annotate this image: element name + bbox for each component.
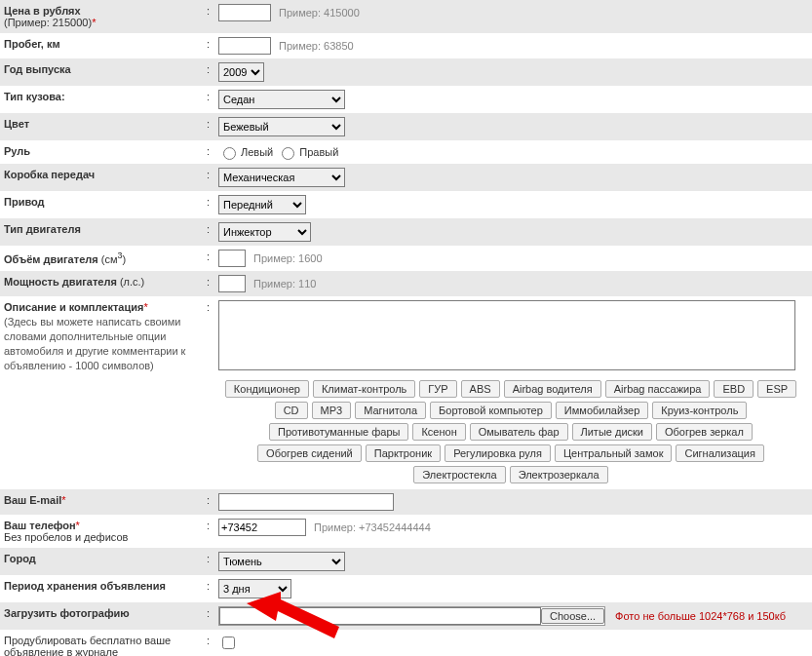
duplicate-label: Продублировать бесплатно ваше объявление… [0,633,207,656]
color-select[interactable]: Бежевый [218,117,345,136]
phone-hint: Пример: +73452444444 [314,521,431,533]
row-engine-type: Тип двигателя : Инжектор [0,218,812,246]
row-price: Цена в рублях (Пример: 215000)* : Пример… [0,0,812,33]
power-hint: Пример: 110 [253,278,316,289]
row-period: Период хранения объявления : 3 дня [0,575,812,602]
option-button[interactable]: CD [275,402,308,419]
year-select[interactable]: 2009 [218,62,264,82]
phone-label: Ваш телефон* Без пробелов и дефисов [0,518,207,545]
upload-label: Загрузить фотографию [0,605,207,621]
row-email: Ваш E-mail* : [0,489,812,515]
period-select[interactable]: 3 дня [218,579,291,598]
power-label: Мощность двигателя (л.с.) [0,274,207,289]
option-button[interactable]: Литые диски [572,423,653,441]
row-drive: Привод : Передний [0,191,812,218]
row-steering: Руль : Левый Правый [0,140,812,164]
city-select[interactable]: Тюмень [218,552,345,571]
duplicate-checkbox[interactable] [222,637,235,649]
option-button[interactable]: ГУР [419,380,456,398]
row-body: Тип кузова: : Седан [0,86,812,113]
option-button[interactable]: Сигнализация [676,444,763,462]
row-upload: Загрузить фотографию : Choose... Фото не… [0,602,812,630]
mileage-input[interactable] [218,37,271,55]
file-path-input[interactable] [219,607,541,625]
power-input[interactable] [218,275,246,292]
year-label: Год выпуска [0,61,207,77]
option-button[interactable]: Регулировка руля [445,444,551,462]
option-button[interactable]: Кондиционер [225,380,309,398]
row-phone: Ваш телефон* Без пробелов и дефисов : Пр… [0,515,812,548]
description-label: Описание и комплектация* (Здесь вы может… [0,299,207,374]
steering-right-radio[interactable] [282,147,294,160]
steering-label: Руль [0,143,207,159]
row-gearbox: Коробка передач : Механическая [0,164,812,191]
upload-note: Фото не больше 1024*768 и 150кб [615,610,786,622]
price-input[interactable] [218,4,271,21]
engine-type-select[interactable]: Инжектор [218,222,311,242]
option-button[interactable]: Круиз-контроль [652,402,747,419]
engine-type-label: Тип двигателя [0,221,207,237]
option-button[interactable]: Airbag водителя [504,380,601,398]
mileage-label: Пробег, км [0,36,207,52]
engine-volume-hint: Пример: 1600 [253,252,323,264]
price-hint: Пример: 415000 [279,7,360,19]
option-button[interactable]: EBD [714,380,754,398]
email-label: Ваш E-mail* [0,492,207,508]
row-description: Описание и комплектация* (Здесь вы может… [0,296,812,489]
gearbox-select[interactable]: Механическая [218,168,345,187]
body-select[interactable]: Седан [218,90,345,109]
option-button[interactable]: Климат-контроль [313,380,415,398]
body-label: Тип кузова: [0,89,207,104]
drive-select[interactable]: Передний [218,195,306,214]
email-input[interactable] [218,493,394,511]
period-label: Период хранения объявления [0,578,207,594]
city-label: Город [0,551,207,566]
option-button[interactable]: Обогрев сидений [257,444,362,462]
option-button[interactable]: Противотуманные фары [269,423,408,441]
engine-volume-input[interactable] [218,250,246,267]
option-button[interactable]: Иммобилайзер [556,402,648,419]
steering-left-label: Левый [241,146,273,158]
options-list: КондиционерКлимат-контрольГУРABSAirbag в… [218,378,803,485]
row-mileage: Пробег, км : Пример: 63850 [0,33,812,58]
option-button[interactable]: Ксенон [412,423,465,441]
choose-file-button[interactable]: Choose... [541,608,604,624]
option-button[interactable]: Электрозеркала [510,466,608,483]
color-label: Цвет [0,116,207,132]
row-year: Год выпуска : 2009 [0,58,812,86]
option-button[interactable]: Омыватель фар [470,423,568,441]
row-city: Город : Тюмень [0,548,812,575]
row-engine-volume: Объём двигателя (см3) : Пример: 1600 [0,246,812,271]
file-input[interactable]: Choose... [218,606,605,626]
option-button[interactable]: Магнитола [355,402,426,419]
row-color: Цвет : Бежевый [0,113,812,140]
phone-input[interactable] [218,519,306,536]
row-duplicate: Продублировать бесплатно ваше объявление… [0,630,812,656]
option-button[interactable]: ABS [461,380,500,398]
engine-volume-label: Объём двигателя (см3) [0,249,207,267]
option-button[interactable]: ESP [757,380,796,398]
steering-right-label: Правый [299,146,338,158]
option-button[interactable]: Бортовой компьютер [430,402,552,419]
row-power: Мощность двигателя (л.с.) : Пример: 110 [0,271,812,296]
description-textarea[interactable] [218,300,795,370]
drive-label: Привод [0,194,207,210]
option-button[interactable]: Airbag пассажира [605,380,711,398]
gearbox-label: Коробка передач [0,167,207,182]
option-button[interactable]: Обогрев зеркал [656,423,753,441]
option-button[interactable]: Парктроник [366,444,441,462]
option-button[interactable]: Электростекла [413,466,505,483]
option-button[interactable]: Центральный замок [555,444,673,462]
price-label: Цена в рублях (Пример: 215000)* [0,3,207,30]
steering-left-radio[interactable] [223,147,236,160]
mileage-hint: Пример: 63850 [279,40,354,52]
option-button[interactable]: MP3 [312,402,352,419]
